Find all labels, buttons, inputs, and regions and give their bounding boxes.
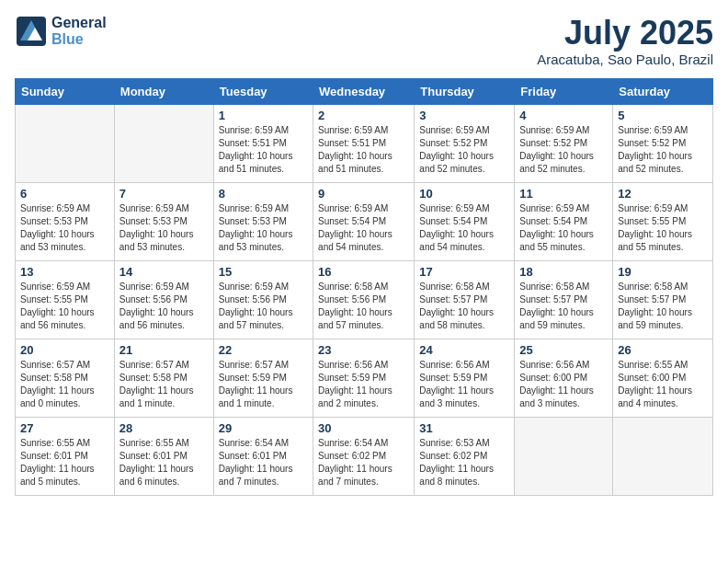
calendar-cell: 16Sunrise: 6:58 AM Sunset: 5:56 PM Dayli…	[313, 260, 415, 339]
calendar-cell: 25Sunrise: 6:56 AM Sunset: 6:00 PM Dayli…	[515, 339, 613, 417]
calendar-cell	[114, 104, 213, 182]
day-number: 29	[219, 421, 308, 435]
day-info: Sunrise: 6:55 AM Sunset: 6:01 PM Dayligh…	[20, 437, 109, 488]
day-info: Sunrise: 6:59 AM Sunset: 5:53 PM Dayligh…	[20, 202, 109, 254]
calendar-cell: 3Sunrise: 6:59 AM Sunset: 5:52 PM Daylig…	[415, 104, 515, 182]
day-number: 24	[419, 343, 509, 357]
day-number: 20	[20, 343, 109, 357]
day-info: Sunrise: 6:59 AM Sunset: 5:52 PM Dayligh…	[419, 124, 509, 176]
calendar-cell: 5Sunrise: 6:59 AM Sunset: 5:52 PM Daylig…	[613, 104, 713, 182]
day-info: Sunrise: 6:59 AM Sunset: 5:54 PM Dayligh…	[318, 202, 409, 254]
day-number: 3	[419, 109, 509, 122]
day-info: Sunrise: 6:55 AM Sunset: 6:01 PM Dayligh…	[119, 437, 209, 488]
day-info: Sunrise: 6:57 AM Sunset: 5:59 PM Dayligh…	[219, 359, 308, 410]
week-row-4: 20Sunrise: 6:57 AM Sunset: 5:58 PM Dayli…	[16, 339, 713, 417]
calendar-cell	[16, 104, 115, 182]
day-number: 4	[519, 109, 608, 122]
weekday-header-tuesday: Tuesday	[213, 78, 313, 104]
day-number: 25	[519, 343, 608, 357]
day-number: 23	[318, 343, 409, 357]
calendar-cell: 28Sunrise: 6:55 AM Sunset: 6:01 PM Dayli…	[114, 417, 213, 495]
calendar-cell: 19Sunrise: 6:58 AM Sunset: 5:57 PM Dayli…	[613, 260, 713, 339]
day-number: 13	[20, 265, 109, 279]
calendar-cell: 10Sunrise: 6:59 AM Sunset: 5:54 PM Dayli…	[415, 182, 515, 260]
logo-icon	[15, 15, 48, 48]
calendar-cell: 23Sunrise: 6:56 AM Sunset: 5:59 PM Dayli…	[313, 339, 415, 417]
weekday-header-friday: Friday	[515, 78, 613, 104]
day-number: 14	[119, 265, 209, 279]
day-number: 28	[119, 421, 209, 435]
day-info: Sunrise: 6:56 AM Sunset: 6:00 PM Dayligh…	[519, 359, 608, 410]
day-info: Sunrise: 6:59 AM Sunset: 5:53 PM Dayligh…	[219, 202, 308, 254]
day-info: Sunrise: 6:59 AM Sunset: 5:55 PM Dayligh…	[618, 202, 708, 254]
calendar-cell: 1Sunrise: 6:59 AM Sunset: 5:51 PM Daylig…	[213, 104, 313, 182]
calendar-cell: 11Sunrise: 6:59 AM Sunset: 5:54 PM Dayli…	[515, 182, 613, 260]
day-number: 6	[20, 187, 109, 201]
day-number: 5	[618, 109, 708, 122]
weekday-header-row: SundayMondayTuesdayWednesdayThursdayFrid…	[16, 78, 713, 104]
day-info: Sunrise: 6:59 AM Sunset: 5:52 PM Dayligh…	[519, 124, 608, 176]
calendar-cell	[613, 417, 713, 495]
day-info: Sunrise: 6:58 AM Sunset: 5:57 PM Dayligh…	[419, 281, 509, 332]
weekday-header-wednesday: Wednesday	[313, 78, 415, 104]
day-info: Sunrise: 6:59 AM Sunset: 5:51 PM Dayligh…	[219, 124, 308, 176]
calendar-cell: 13Sunrise: 6:59 AM Sunset: 5:55 PM Dayli…	[16, 260, 115, 339]
week-row-5: 27Sunrise: 6:55 AM Sunset: 6:01 PM Dayli…	[16, 417, 713, 495]
day-number: 27	[20, 421, 109, 435]
calendar-cell	[515, 417, 613, 495]
calendar-cell: 7Sunrise: 6:59 AM Sunset: 5:53 PM Daylig…	[114, 182, 213, 260]
day-number: 19	[618, 265, 708, 279]
calendar-cell: 18Sunrise: 6:58 AM Sunset: 5:57 PM Dayli…	[515, 260, 613, 339]
day-number: 21	[119, 343, 209, 357]
calendar-cell: 21Sunrise: 6:57 AM Sunset: 5:58 PM Dayli…	[114, 339, 213, 417]
day-info: Sunrise: 6:59 AM Sunset: 5:51 PM Dayligh…	[318, 124, 409, 176]
day-number: 9	[318, 187, 409, 201]
calendar-cell: 24Sunrise: 6:56 AM Sunset: 5:59 PM Dayli…	[415, 339, 515, 417]
logo: General Blue	[15, 15, 107, 48]
calendar-cell: 29Sunrise: 6:54 AM Sunset: 6:01 PM Dayli…	[213, 417, 313, 495]
weekday-header-sunday: Sunday	[16, 78, 115, 104]
calendar: SundayMondayTuesdayWednesdayThursdayFrid…	[15, 78, 713, 496]
calendar-cell: 31Sunrise: 6:53 AM Sunset: 6:02 PM Dayli…	[415, 417, 515, 495]
calendar-cell: 20Sunrise: 6:57 AM Sunset: 5:58 PM Dayli…	[16, 339, 115, 417]
day-info: Sunrise: 6:58 AM Sunset: 5:56 PM Dayligh…	[318, 281, 409, 332]
day-number: 30	[318, 421, 409, 435]
day-info: Sunrise: 6:54 AM Sunset: 6:02 PM Dayligh…	[318, 437, 409, 488]
location: Aracatuba, Sao Paulo, Brazil	[537, 52, 713, 67]
day-info: Sunrise: 6:59 AM Sunset: 5:54 PM Dayligh…	[419, 202, 509, 254]
day-info: Sunrise: 6:59 AM Sunset: 5:53 PM Dayligh…	[119, 202, 209, 254]
calendar-cell: 22Sunrise: 6:57 AM Sunset: 5:59 PM Dayli…	[213, 339, 313, 417]
day-info: Sunrise: 6:53 AM Sunset: 6:02 PM Dayligh…	[419, 437, 509, 488]
calendar-cell: 27Sunrise: 6:55 AM Sunset: 6:01 PM Dayli…	[16, 417, 115, 495]
week-row-1: 1Sunrise: 6:59 AM Sunset: 5:51 PM Daylig…	[16, 104, 713, 182]
day-info: Sunrise: 6:57 AM Sunset: 5:58 PM Dayligh…	[119, 359, 209, 410]
day-info: Sunrise: 6:58 AM Sunset: 5:57 PM Dayligh…	[519, 281, 608, 332]
day-number: 10	[419, 187, 509, 201]
day-number: 11	[519, 187, 608, 201]
day-number: 12	[618, 187, 708, 201]
logo-blue-text: Blue	[51, 31, 107, 48]
day-info: Sunrise: 6:56 AM Sunset: 5:59 PM Dayligh…	[318, 359, 409, 410]
week-row-2: 6Sunrise: 6:59 AM Sunset: 5:53 PM Daylig…	[16, 182, 713, 260]
day-info: Sunrise: 6:59 AM Sunset: 5:56 PM Dayligh…	[119, 281, 209, 332]
calendar-cell: 9Sunrise: 6:59 AM Sunset: 5:54 PM Daylig…	[313, 182, 415, 260]
day-number: 17	[419, 265, 509, 279]
day-number: 15	[219, 265, 308, 279]
day-number: 22	[219, 343, 308, 357]
calendar-cell: 4Sunrise: 6:59 AM Sunset: 5:52 PM Daylig…	[515, 104, 613, 182]
logo-text: General Blue	[51, 15, 107, 47]
calendar-cell: 6Sunrise: 6:59 AM Sunset: 5:53 PM Daylig…	[16, 182, 115, 260]
day-info: Sunrise: 6:58 AM Sunset: 5:57 PM Dayligh…	[618, 281, 708, 332]
calendar-cell: 15Sunrise: 6:59 AM Sunset: 5:56 PM Dayli…	[213, 260, 313, 339]
day-info: Sunrise: 6:59 AM Sunset: 5:56 PM Dayligh…	[219, 281, 308, 332]
day-number: 26	[618, 343, 708, 357]
weekday-header-saturday: Saturday	[613, 78, 713, 104]
day-info: Sunrise: 6:59 AM Sunset: 5:55 PM Dayligh…	[20, 281, 109, 332]
calendar-cell: 14Sunrise: 6:59 AM Sunset: 5:56 PM Dayli…	[114, 260, 213, 339]
day-info: Sunrise: 6:56 AM Sunset: 5:59 PM Dayligh…	[419, 359, 509, 410]
day-number: 16	[318, 265, 409, 279]
page-header: General Blue July 2025 Aracatuba, Sao Pa…	[15, 15, 713, 67]
weekday-header-thursday: Thursday	[415, 78, 515, 104]
day-info: Sunrise: 6:57 AM Sunset: 5:58 PM Dayligh…	[20, 359, 109, 410]
calendar-cell: 12Sunrise: 6:59 AM Sunset: 5:55 PM Dayli…	[613, 182, 713, 260]
